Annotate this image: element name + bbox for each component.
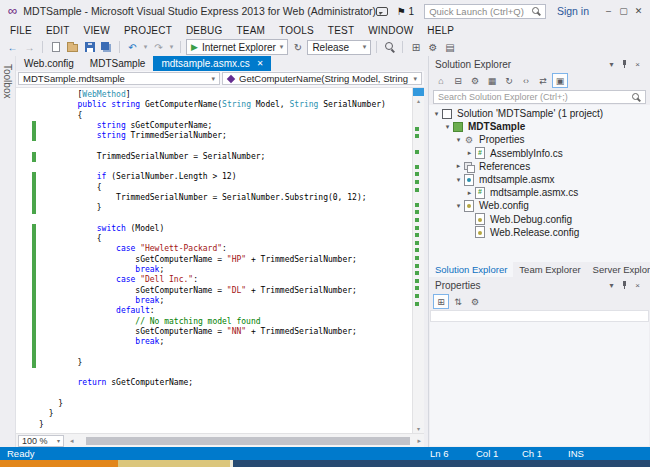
tab-mdtsample[interactable]: MDTSample [82,56,154,71]
window-position-icon[interactable]: ▾ [605,281,618,290]
preview-selected-items-icon[interactable]: ▣ [552,73,568,88]
tree-item-mdtsample-asmx[interactable]: ▾mdtsample.asmx [429,173,650,186]
editor-gutter [16,152,32,162]
feedback-icon[interactable] [376,7,388,16]
code-line [16,347,412,357]
tree-item-mdtsample-asmx-cs[interactable]: ▸mdtsample.asmx.cs [429,186,650,199]
redo-dropdown-icon[interactable]: ▾ [168,39,175,55]
code-text: { [36,111,82,121]
solution-search-input[interactable]: Search Solution Explorer (Ctrl+;) [433,90,646,104]
menu-tools[interactable]: TOOLS [272,25,321,36]
close-button[interactable]: ✕ [631,0,646,22]
menu-help[interactable]: HELP [420,25,461,36]
refresh-icon[interactable]: ↻ [290,39,305,55]
dock-tab-server-explorer[interactable]: Server Explorer [587,262,650,277]
minimize-button[interactable]: – [601,0,616,22]
open-file-icon[interactable] [65,39,80,55]
close-icon[interactable]: × [631,281,644,290]
find-icon[interactable] [382,39,397,55]
menu-file[interactable]: FILE [3,25,39,36]
pin-icon[interactable] [618,60,631,69]
tree-collapsed-arrow-icon[interactable]: ▸ [465,149,474,157]
scroll-up-icon[interactable]: ▴ [413,97,424,104]
redo-icon[interactable]: ↷ [151,39,166,55]
configuration-dropdown[interactable]: Release▾ [307,40,371,55]
menu-edit[interactable]: EDIT [39,25,77,36]
navigate-forward-icon[interactable]: → [22,39,37,55]
tree-collapsed-arrow-icon[interactable]: ▸ [454,162,463,170]
tab-mdtsample-asmx-cs[interactable]: mdtsample.asmx.cs✕ [153,56,271,71]
tree-expanded-arrow-icon[interactable]: ▾ [454,176,463,184]
properties-icon[interactable]: ⚙ [467,73,483,88]
quick-launch-input[interactable]: Quick Launch (Ctrl+Q) [424,4,546,19]
horizontal-scrollbar[interactable]: ◂ ▸ [64,434,424,447]
properties-window-toolbar-icon[interactable]: ⚙ [425,39,440,55]
tree-item-web-release-config[interactable]: Web.Release.config [429,226,650,239]
sync-with-active-document-icon[interactable]: ⇄ [535,73,551,88]
member-dropdown[interactable]: GetComputerName(String Model, String Ser… [222,72,422,85]
toolbox-tab[interactable]: Toolbox [0,56,16,447]
tree-item-web-debug-config[interactable]: Web.Debug.config [429,213,650,226]
show-all-files-icon[interactable]: ▦ [484,73,500,88]
extensions-toolbar-icon[interactable]: ▤ [442,39,457,55]
tree-item-properties[interactable]: ▾⚙Properties [429,133,650,146]
tree-expanded-arrow-icon[interactable]: ▾ [443,123,452,131]
editor-gutter [16,317,32,327]
dock-tab-solution-explorer[interactable]: Solution Explorer [429,262,513,277]
code-lines[interactable]: [WebMethod] public string GetComputerNam… [16,88,412,433]
refresh-icon[interactable]: ↻ [501,73,517,88]
tree-expanded-arrow-icon[interactable]: ▾ [432,110,441,118]
code-line: sGetComputerName = "HP" + TrimmedSerialN… [16,255,412,265]
window-position-icon[interactable]: ▾ [605,60,618,69]
close-icon[interactable]: × [631,60,644,69]
tree-item-web-config[interactable]: ▾Web.config [429,199,650,212]
categorized-icon[interactable]: ⊞ [433,294,449,309]
alphabetical-icon[interactable]: ⇅ [450,294,466,309]
horizontal-scroll-thumb[interactable] [86,437,410,445]
menu-window[interactable]: WINDOW [361,25,420,36]
menu-team[interactable]: TEAM [230,25,273,36]
collapse-all-icon[interactable]: ⊟ [450,73,466,88]
scrollbar-split-grip[interactable] [413,88,424,96]
code-line [16,389,412,399]
tree-item-solution-mdtsample-1-project-[interactable]: ▾Solution 'MDTSample' (1 project) [429,107,650,120]
code-editor[interactable]: [WebMethod] public string GetComputerNam… [16,88,424,433]
tree-expanded-arrow-icon[interactable]: ▾ [454,202,463,210]
property-pages-icon[interactable]: ⚙ [467,294,483,309]
scroll-down-icon[interactable]: ▾ [413,425,424,432]
solution-explorer-toolbar-icon[interactable]: ⊞ [408,39,423,55]
menu-test[interactable]: TEST [321,25,361,36]
view-code-icon[interactable]: ‹› [518,73,534,88]
tree-expanded-arrow-icon[interactable]: ▾ [454,136,463,144]
tree-item-assemblyinfo-cs[interactable]: ▸AssemblyInfo.cs [429,147,650,160]
vertical-scrollbar[interactable]: ▴ ▾ [412,88,424,433]
new-file-icon[interactable] [48,39,63,55]
zoom-dropdown[interactable]: 100 % ▾ [18,435,64,447]
notifications-button[interactable]: ⚑ 1 [397,6,415,17]
scroll-left-icon[interactable]: ◂ [70,434,74,447]
undo-icon[interactable]: ↶ [125,39,140,55]
tree-item-mdtsample[interactable]: ▾MDTSample [429,120,650,133]
tab-web-config[interactable]: Web.config [16,56,82,71]
start-debug-button[interactable]: ▶Internet Explorer▾ [186,39,288,55]
undo-dropdown-icon[interactable]: ▾ [142,39,149,55]
tree-item-label: mdtsample.asmx [479,174,555,185]
maximize-button[interactable]: ▢ [616,0,631,22]
home-icon[interactable]: ⌂ [433,73,449,88]
tree-item-references[interactable]: ▸References [429,160,650,173]
tree-collapsed-arrow-icon[interactable]: ▸ [465,189,474,197]
menu-debug[interactable]: DEBUG [179,25,230,36]
scroll-right-icon[interactable]: ▸ [417,434,421,447]
navigate-backward-icon[interactable]: ← [5,39,20,55]
pin-icon[interactable] [618,281,631,290]
menu-project[interactable]: PROJECT [117,25,179,36]
dock-tab-team-explorer[interactable]: Team Explorer [513,262,586,277]
save-all-icon[interactable] [99,39,114,55]
editor-gutter [16,265,32,275]
type-dropdown[interactable]: MDTSample.mdtsample ▾ [18,72,220,85]
close-icon[interactable]: ✕ [257,59,264,68]
save-icon[interactable] [82,39,97,55]
menu-view[interactable]: VIEW [77,25,117,36]
scrollbar-change-mark [415,233,419,237]
sign-in-link[interactable]: Sign in [557,5,589,17]
